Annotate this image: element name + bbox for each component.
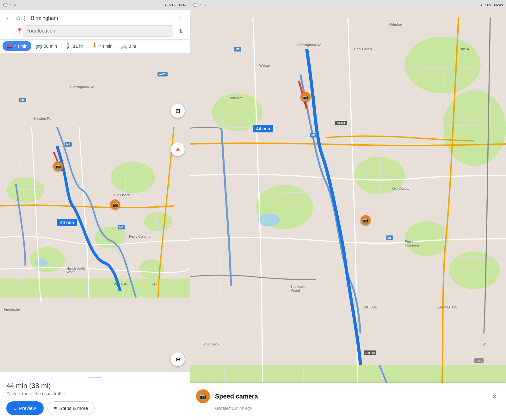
destination-row: ← ⋮ (4, 13, 186, 24)
location-button[interactable]: ⊕ (171, 352, 185, 366)
more-options-button[interactable]: ⋮ (176, 13, 186, 23)
preview-button[interactable]: » Preview (6, 401, 44, 415)
little-a-label: Little A (459, 47, 469, 51)
right-whatsapp-icon: 💬 (193, 3, 197, 7)
a38m-label: A38(M) (364, 350, 376, 355)
battery-text: 59% (169, 3, 176, 7)
right-map[interactable]: Aldridge Pool Green Walsall Caldmore Lit… (190, 10, 506, 420)
left-map[interactable]: Newton Rd Birmingham Rd Old Oscott Perry… (0, 53, 190, 371)
destination-input[interactable] (28, 13, 173, 24)
transit-tab[interactable]: 🚌 58 min (32, 41, 61, 51)
rideshare-time: 44 min (99, 44, 113, 49)
right-battery-text: 58% (485, 3, 492, 7)
old-oscott-label: Old Oscott (114, 193, 130, 197)
origin-row: 📍 ⇅ (4, 25, 186, 37)
steps-more-button[interactable]: ≡ Steps & more (47, 401, 95, 415)
right-birmingham-road-label: Birmingham Rd (297, 43, 321, 47)
birmingham-road-label: Birmingham Rd (70, 85, 94, 89)
cycle-tab[interactable]: 🚲 3 hr (117, 41, 140, 51)
preview-arrows-icon: » (14, 405, 16, 411)
action-buttons: » Preview ≡ Steps & more (6, 401, 183, 415)
origin-dot (16, 16, 20, 20)
svg-point-3 (144, 212, 172, 231)
layers-button[interactable]: ⊞ (171, 104, 185, 118)
er-label: ER... (152, 282, 159, 286)
maps-icon: ⚐ (14, 3, 17, 7)
right-old-oscott-label: Old Oscott (392, 186, 409, 190)
route-time: 44 min (38 mi) (6, 382, 183, 390)
right-map-svg (190, 10, 506, 420)
perry-common-label: Perry Commo... (129, 234, 153, 238)
toast-updated-text: Updated 2 mins ago (196, 406, 500, 411)
speed-camera-toast: 📷 Speed camera × Updated 2 mins ago (190, 383, 506, 420)
bottom-sheet-handle (89, 377, 101, 378)
m5-label: M5 (19, 98, 26, 102)
svg-rect-6 (0, 279, 190, 298)
route-divider (24, 16, 25, 21)
search-header: ← ⋮ 📍 ⇅ (0, 10, 190, 39)
pool-green-label: Pool Green (354, 47, 372, 51)
svg-point-4 (30, 247, 65, 272)
destination-pin-icon: 📍 (16, 28, 20, 33)
walk-time: 11 hr (73, 44, 83, 49)
svg-point-1 (111, 162, 155, 193)
right-m6-label-2: M6 (386, 235, 393, 240)
drive-icon: 🚗 (6, 43, 13, 49)
svg-line-11 (16, 127, 19, 298)
svg-line-8 (0, 159, 190, 165)
back-button[interactable]: ← (4, 13, 14, 23)
tybur-label: Tyb... (481, 342, 489, 346)
speed-cam-marker-2: 📷 (110, 199, 120, 210)
walk-icon: 🚶 (65, 43, 71, 49)
right-status-right: ▲ 58% 06:49 (480, 3, 503, 7)
rideshare-icon: 🧍 (91, 43, 98, 49)
whatsapp-icon: 💬 (3, 3, 8, 7)
signal-icon: ▲ (164, 3, 167, 7)
drive-tab[interactable]: 🚗 44 min (3, 41, 31, 51)
right-route-badge: 44 min (253, 125, 273, 132)
caldmore-label: Caldmore (228, 96, 243, 100)
cycle-icon: 🚲 (121, 43, 127, 49)
rideshare-tab[interactable]: 🧍 44 min (88, 41, 116, 51)
right-signal-icon: ▲ (480, 3, 484, 7)
newton-road-label: Newton Rd (34, 117, 51, 120)
svg-point-7 (35, 259, 47, 267)
witton-label: WITTON (114, 282, 127, 286)
walsall-label: Walsall (259, 64, 270, 67)
origin-input[interactable] (23, 25, 173, 37)
right-handsworth-label: HandsworthWood (291, 285, 310, 292)
left-status-bar: 💬 ○ ⚐ ▲ 59% 06:47 (0, 0, 190, 10)
right-m5-label: M5 (234, 47, 241, 52)
steps-list-icon: ≡ (54, 405, 57, 411)
minus-icon: ○ (9, 3, 12, 7)
route-time-badge: 44 min (57, 219, 77, 226)
right-status-bar: 💬 ○ ⚐ ▲ 58% 06:49 (190, 0, 506, 10)
status-icons-left: 💬 ○ ⚐ (3, 3, 17, 7)
cycle-time: 3 hr (129, 44, 136, 49)
walk-tab[interactable]: 🚶 11 hr (61, 41, 87, 51)
map-svg (0, 53, 190, 371)
right-maps-icon: ⚐ (203, 3, 207, 7)
toast-title: Speed camera (215, 393, 484, 400)
right-status-icons-left: 💬 ○ ⚐ (193, 3, 207, 7)
toast-main-row: 📷 Speed camera × (196, 389, 500, 403)
transit-icon: 🚌 (36, 43, 42, 49)
right-smethwick-label: Smethwick (202, 342, 219, 346)
svg-point-25 (258, 214, 280, 226)
compass-button[interactable]: 🔺 (171, 142, 185, 156)
a452-label: A452 (157, 72, 168, 76)
svg-line-13 (123, 127, 126, 298)
right-witton-label: WITTON (364, 305, 377, 309)
right-a452-label: A452 (474, 358, 484, 363)
swap-directions-button[interactable]: ⇅ (176, 26, 186, 36)
m6-label-2: M6 (118, 225, 125, 229)
toast-close-button[interactable]: × (490, 391, 500, 401)
right-time: 06:49 (494, 3, 503, 7)
time-left: 06:47 (178, 3, 187, 7)
right-minus-icon: ○ (199, 3, 201, 7)
m6-label-1: M6 (65, 142, 72, 147)
right-erdington-label: ERDINGTON (436, 305, 457, 309)
toast-camera-icon: 📷 (196, 389, 210, 403)
right-m6-label-1: M6 (310, 133, 317, 137)
left-panel: 💬 ○ ⚐ ▲ 59% 06:47 ← ⋮ 📍 ⇅ � (0, 0, 190, 420)
